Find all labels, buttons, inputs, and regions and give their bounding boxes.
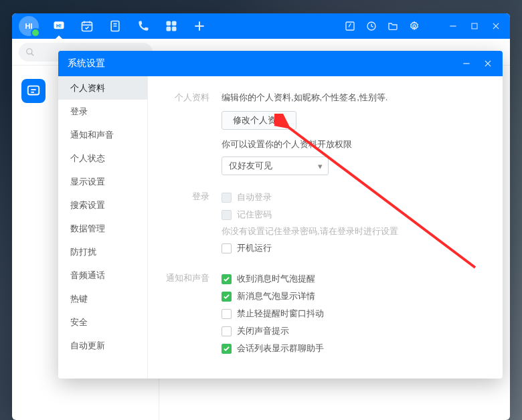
label-notify-3: 关闭声音提示 (237, 322, 289, 340)
nav-item-data[interactable]: 数据管理 (58, 217, 147, 240)
svg-rect-11 (472, 23, 477, 29)
nav-item-dnd[interactable]: 防打扰 (58, 240, 147, 264)
add-icon[interactable] (193, 19, 206, 33)
label-notify-2: 禁止轻提醒时窗口抖动 (237, 305, 324, 322)
nav-item-audio[interactable]: 音频通话 (58, 264, 147, 287)
svg-rect-13 (28, 86, 39, 95)
svg-rect-4 (167, 21, 171, 26)
app-titlebar: HI H! (12, 13, 510, 39)
close-button[interactable] (490, 20, 502, 32)
contact-avatar-icon (21, 79, 46, 103)
dropdown-value: 仅好友可见 (229, 160, 272, 172)
section-label-notify: 通知和声音 (148, 270, 222, 357)
nav-item-notify[interactable]: 通知和声音 (58, 123, 147, 146)
checkbox-notify-2[interactable] (222, 309, 232, 319)
section-label-login: 登录 (148, 189, 222, 257)
nav-item-status[interactable]: 个人状态 (58, 146, 147, 170)
settings-content: 个人资料 编辑你的个人资料,如昵称,个性签名,性别等. 修改个人资料 你可以设置… (148, 76, 503, 379)
label-notify-4: 会话列表显示群聊助手 (237, 340, 324, 357)
checkbox-notify-4[interactable] (222, 344, 232, 354)
screenshot-icon[interactable] (344, 20, 356, 32)
svg-point-10 (413, 25, 416, 27)
login-hint: 你没有设置记住登录密码,请在登录时进行设置 (222, 223, 485, 239)
dialog-titlebar: 系统设置 (58, 51, 503, 76)
svg-rect-2 (82, 22, 92, 31)
checkbox-auto-login (222, 193, 232, 203)
dialog-close-button[interactable] (483, 58, 493, 69)
settings-dialog: 系统设置 个人资料 登录 通知和声音 个人状态 显示设置 搜索设置 数据管理 防… (58, 51, 503, 379)
settings-gear-icon[interactable] (408, 20, 420, 32)
chat-tab-icon[interactable]: H! (52, 19, 66, 33)
chevron-down-icon: ▾ (318, 161, 323, 171)
minimize-button[interactable] (447, 20, 459, 32)
apps-icon[interactable] (165, 19, 178, 33)
settings-nav: 个人资料 登录 通知和声音 个人状态 显示设置 搜索设置 数据管理 防打扰 音频… (58, 76, 148, 379)
label-notify-0: 收到消息时气泡提醒 (237, 270, 315, 288)
checkbox-notify-1[interactable] (222, 292, 232, 302)
nav-item-display[interactable]: 显示设置 (58, 170, 147, 193)
nav-item-login[interactable]: 登录 (58, 100, 147, 123)
svg-rect-6 (167, 27, 171, 31)
profile-desc: 编辑你的个人资料,如昵称,个性签名,性别等. (222, 90, 485, 106)
edit-profile-button[interactable]: 修改个人资料 (222, 111, 296, 130)
search-icon (25, 47, 35, 57)
visibility-dropdown[interactable]: 仅好友可见 ▾ (222, 156, 329, 175)
dialog-title: 系统设置 (68, 58, 105, 70)
calendar-icon[interactable] (80, 19, 94, 33)
dialog-minimize-button[interactable] (461, 58, 472, 69)
section-label-profile: 个人资料 (148, 90, 222, 175)
nav-item-profile[interactable]: 个人资料 (58, 76, 147, 100)
nav-item-update[interactable]: 自动更新 (58, 334, 147, 357)
user-avatar[interactable]: HI (19, 16, 39, 36)
checkbox-notify-3[interactable] (222, 326, 232, 336)
label-remember: 记住密码 (237, 206, 272, 223)
phone-icon[interactable] (137, 19, 150, 33)
label-notify-1: 新消息气泡显示详情 (237, 288, 315, 305)
folder-icon[interactable] (387, 20, 399, 32)
label-auto-login: 自动登录 (237, 189, 272, 206)
history-icon[interactable] (365, 20, 377, 32)
label-boot: 开机运行 (237, 239, 272, 257)
svg-rect-7 (172, 27, 177, 31)
nav-item-search[interactable]: 搜索设置 (58, 193, 147, 217)
checkbox-notify-0[interactable] (222, 274, 232, 284)
permission-hint: 你可以设置你的个人资料开放权限 (222, 136, 485, 152)
notebook-icon[interactable] (108, 19, 122, 33)
nav-item-security[interactable]: 安全 (58, 310, 147, 334)
svg-rect-5 (172, 21, 177, 26)
svg-text:H!: H! (56, 23, 62, 29)
checkbox-remember (222, 210, 232, 220)
maximize-button[interactable] (468, 20, 481, 32)
svg-point-12 (27, 48, 32, 54)
svg-rect-8 (346, 22, 354, 30)
nav-item-hotkey[interactable]: 热键 (58, 287, 147, 310)
checkbox-boot[interactable] (222, 243, 232, 253)
